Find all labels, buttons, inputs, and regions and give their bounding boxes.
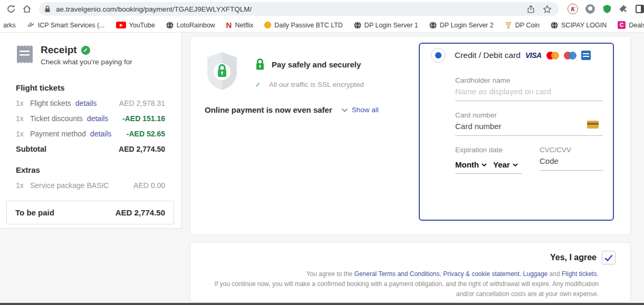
home-icon[interactable]	[22, 4, 32, 14]
bookmark-dp-coin[interactable]: DP Coin	[505, 22, 540, 29]
globe-icon	[354, 22, 361, 29]
ssl-note: All our traffic is SSL encrypted	[269, 81, 364, 88]
mastercard-logo	[546, 52, 559, 60]
details-link[interactable]: details	[87, 114, 108, 123]
bottom-edge	[0, 303, 644, 305]
details-link[interactable]: details	[75, 99, 97, 107]
credit-card-form: Credit / Debit card VISA Cardholder name…	[419, 43, 614, 221]
expiration-label: Expiration date	[455, 146, 540, 154]
chevron-down-icon[interactable]	[341, 108, 348, 112]
flight-tickets-link[interactable]: Flight tickets	[562, 270, 597, 278]
extras-header: Extras	[16, 165, 165, 174]
privacy-link[interactable]: Privacy & cookie statement	[443, 270, 520, 278]
falcon-icon	[27, 22, 35, 28]
card-number-input[interactable]	[455, 119, 603, 136]
flight-tickets-header: Flight tickets	[16, 83, 165, 92]
url-bar[interactable]: ae.travelgenio.com/booking/payment/TGAEJ…	[39, 2, 559, 16]
receipt-subtitle: Check what you're paying for	[41, 58, 132, 66]
table-row: 1x Payment method details -AED 52.65	[16, 130, 165, 138]
coin-icon	[264, 22, 271, 28]
table-row: 1x Service package BASIC AED 0.00	[16, 181, 165, 190]
table-row: 1x Flight tickets details AED 2,978.31	[16, 99, 165, 107]
month-select[interactable]: Month	[455, 160, 487, 169]
bookmark-dp-login-1[interactable]: DP Login Server 1	[354, 22, 418, 29]
shield-extension-icon[interactable]	[602, 4, 612, 14]
to-be-paid-box: To be paid AED 2,774.50	[6, 201, 174, 224]
receipt-panel: Receipt ✓ Check what you're paying for F…	[0, 33, 182, 229]
payment-section: Pay safely and securely ✓ All our traffi…	[190, 36, 631, 235]
subtotal-row: Subtotal AED 2,774.50	[16, 145, 165, 153]
terms-link[interactable]: General Terms and Conditions	[354, 270, 440, 278]
bookmark-netflix[interactable]: N Netflix	[226, 22, 254, 29]
youtube-icon	[116, 22, 126, 28]
row-amount: -AED 52.65	[127, 130, 165, 138]
total-label: To be paid	[15, 208, 54, 217]
payment-method-label: Credit / Debit card	[455, 51, 521, 60]
receipt-title: Receipt	[41, 44, 77, 56]
bookmark-icp[interactable]: ICP Smart Services (...	[27, 22, 105, 29]
donut-extension-icon[interactable]	[585, 4, 595, 14]
credit-card-icon	[587, 121, 599, 129]
receipt-icon	[16, 44, 33, 66]
bookmarks-bar: arks ICP Smart Services (... YouTube Lot…	[0, 18, 644, 33]
bookmark-chalo[interactable]: C Deals - CHALO.PK	[618, 21, 644, 29]
bookmark-partial[interactable]: arks	[3, 22, 16, 29]
total-amount: AED 2,774.50	[116, 208, 165, 217]
bookmark-daily-passive[interactable]: Daily Passive BTC LTD	[264, 22, 343, 29]
reload-icon[interactable]	[6, 4, 16, 14]
luggage-link[interactable]: Luggage	[523, 270, 548, 278]
terms-text: You agree to the General Terms and Condi…	[205, 269, 616, 299]
chalo-icon: C	[618, 21, 626, 29]
bookmark-scipay[interactable]: SCIPAY LOGIN	[551, 22, 607, 29]
bookmark-star-icon[interactable]	[543, 5, 552, 14]
share-icon[interactable]	[526, 5, 535, 14]
lock-icon	[44, 5, 51, 13]
side-panel-icon[interactable]	[636, 5, 644, 13]
safer-title: Online payment is now even safer	[205, 105, 332, 114]
row-amount: AED 2,978.31	[119, 99, 165, 107]
bookmark-youtube[interactable]: YouTube	[116, 22, 155, 29]
extensions-puzzle-icon[interactable]	[619, 5, 628, 14]
globe-icon	[166, 22, 174, 29]
browser-toolbar: ae.travelgenio.com/booking/payment/TGAEJ…	[0, 0, 644, 18]
details-link[interactable]: details	[90, 130, 111, 138]
year-select[interactable]: Year	[493, 160, 518, 169]
cardholder-input[interactable]	[455, 84, 603, 101]
credit-card-radio[interactable]	[431, 48, 446, 63]
show-all-link[interactable]: Show all	[352, 106, 379, 114]
agree-label: Yes, I agree	[550, 253, 597, 262]
cvc-label: CVC/CVV	[540, 146, 603, 154]
cardholder-label: Cardholder name	[455, 76, 603, 84]
table-row: 1x Ticket discounts details -AED 151.16	[16, 114, 165, 123]
url-text[interactable]: ae.travelgenio.com/booking/payment/TGAEJ…	[56, 5, 526, 13]
chevron-down-icon	[513, 163, 518, 166]
visa-logo: VISA	[525, 51, 542, 60]
globe-icon	[551, 22, 558, 29]
page-content: Receipt ✓ Check what you're paying for F…	[0, 33, 644, 305]
k-extension-icon[interactable]: K	[568, 4, 578, 14]
green-lock-icon	[255, 58, 265, 71]
shield-graphic-icon	[204, 51, 241, 92]
bookmark-dp-login-2[interactable]: DP Login Server 2	[429, 22, 494, 29]
checkmark-icon: ✓	[255, 81, 261, 88]
row-amount: -AED 151.16	[122, 114, 165, 123]
bookmark-lotorainbow[interactable]: LotoRainbow	[166, 22, 215, 29]
check-icon	[604, 254, 613, 261]
agree-checkbox[interactable]	[602, 251, 616, 264]
cvc-input[interactable]	[540, 154, 603, 171]
netflix-icon: N	[226, 22, 232, 28]
booking-obligation-note: If you continue now, you will make a con…	[205, 279, 599, 299]
agreement-section: Yes, I agree You agree to the General Te…	[190, 242, 631, 302]
maestro-logo	[564, 52, 576, 60]
row-amount: AED 0.00	[133, 181, 165, 190]
secure-title: Pay safely and securely	[272, 60, 361, 69]
amex-logo	[581, 51, 591, 60]
globe-icon	[429, 22, 437, 29]
card-number-label: Card number	[455, 111, 603, 119]
receipt-check-icon: ✓	[81, 46, 90, 55]
chevron-down-icon	[482, 163, 487, 166]
trophy-icon	[505, 22, 512, 29]
